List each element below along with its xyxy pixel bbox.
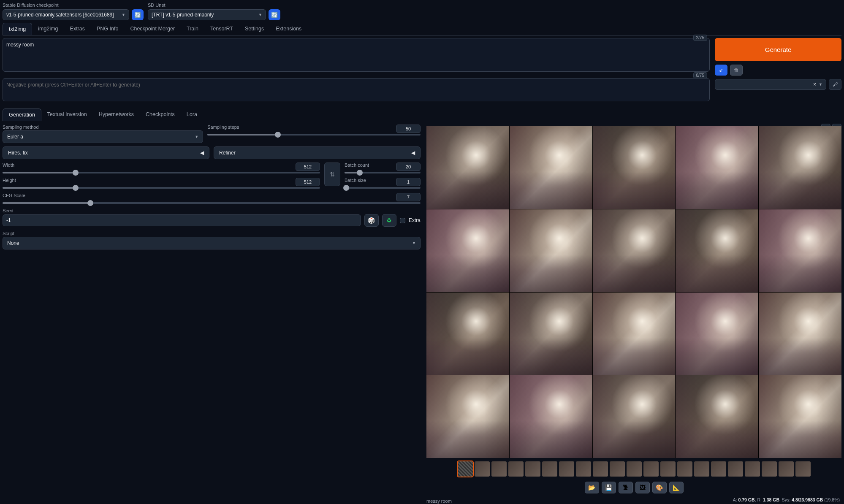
thumbnail[interactable] xyxy=(559,461,574,477)
subtab-lora[interactable]: Lora xyxy=(181,108,203,121)
gallery-image[interactable] xyxy=(593,375,676,458)
gallery-image[interactable] xyxy=(593,209,676,292)
gallery-image[interactable] xyxy=(759,293,841,375)
gallery-image[interactable] xyxy=(759,126,841,209)
unet-dropdown[interactable]: [TRT] v1-5-pruned-emaonly ▼ xyxy=(148,9,266,20)
thumbnail[interactable] xyxy=(508,461,524,477)
thumbnail[interactable] xyxy=(475,461,490,477)
save-button[interactable]: 💾 xyxy=(602,482,616,493)
cfg-slider[interactable] xyxy=(3,202,421,204)
thumbnail[interactable] xyxy=(593,461,608,477)
gallery-image[interactable] xyxy=(593,293,676,375)
tab-checkpoint-merger[interactable]: Checkpoint Merger xyxy=(124,23,181,35)
gallery-image[interactable] xyxy=(593,126,676,209)
random-seed-button[interactable]: 🎲 xyxy=(364,214,379,227)
gallery-image[interactable] xyxy=(510,209,592,292)
height-value[interactable]: 512 xyxy=(296,178,320,186)
tab-settings[interactable]: Settings xyxy=(239,23,270,35)
mem-a: 0.79 GB xyxy=(738,497,755,502)
sampling-steps-label: Sampling steps xyxy=(207,125,239,133)
gallery-image[interactable] xyxy=(676,375,758,458)
gallery-image[interactable] xyxy=(510,126,592,209)
thumbnail[interactable] xyxy=(728,461,743,477)
prompt-input[interactable]: messy room xyxy=(3,38,710,72)
sampling-method-label: Sampling method xyxy=(3,125,203,130)
seed-input[interactable] xyxy=(3,214,361,226)
thumbnail[interactable] xyxy=(627,461,642,477)
thumbnail[interactable] xyxy=(610,461,625,477)
send-extras-button[interactable]: 📐 xyxy=(669,482,684,493)
refiner-toggle[interactable]: Refiner ◀ xyxy=(214,146,421,159)
thumbnail[interactable] xyxy=(525,461,540,477)
negative-prompt-input[interactable] xyxy=(3,78,710,101)
gallery-image[interactable] xyxy=(510,375,592,458)
subtab-generation[interactable]: Generation xyxy=(3,108,41,121)
send-inpaint-button[interactable]: 🎨 xyxy=(652,482,667,493)
gallery-image[interactable] xyxy=(426,293,509,375)
batch-count-value[interactable]: 20 xyxy=(396,163,421,171)
thumbnail[interactable] xyxy=(677,461,692,477)
batch-size-slider[interactable] xyxy=(345,187,421,189)
thumbnail[interactable] xyxy=(762,461,777,477)
hires-fix-toggle[interactable]: Hires. fix ◀ xyxy=(3,146,209,159)
interrogate-button[interactable]: ↙ xyxy=(715,65,727,76)
gallery-image[interactable] xyxy=(676,293,758,375)
tab-img2img[interactable]: img2img xyxy=(32,23,64,35)
generate-button[interactable]: Generate xyxy=(715,38,841,61)
height-slider[interactable] xyxy=(3,187,320,189)
script-dropdown[interactable]: None ▼ xyxy=(3,237,421,249)
checkpoint-refresh-button[interactable]: 🔄 xyxy=(132,9,144,20)
subtab-hypernetworks[interactable]: Hypernetworks xyxy=(93,108,140,121)
tab-txt2img[interactable]: txt2img xyxy=(3,23,32,35)
sampling-steps-value[interactable]: 50 xyxy=(396,125,421,133)
reuse-seed-button[interactable]: ♻ xyxy=(382,214,396,227)
thumbnail[interactable] xyxy=(779,461,794,477)
thumbnail[interactable] xyxy=(542,461,557,477)
sampling-method-dropdown[interactable]: Euler a ▼ xyxy=(3,130,203,143)
gallery-image[interactable] xyxy=(426,126,509,209)
styles-clear[interactable]: × xyxy=(813,81,816,87)
tab-train[interactable]: Train xyxy=(181,23,204,35)
styles-dropdown[interactable]: × ▼ xyxy=(715,79,826,90)
thumbnail[interactable] xyxy=(643,461,659,477)
batch-size-value[interactable]: 1 xyxy=(396,178,421,186)
hires-fix-label: Hires. fix xyxy=(8,150,28,156)
subtab-textual-inversion[interactable]: Textual Inversion xyxy=(41,108,93,121)
width-slider[interactable] xyxy=(3,172,320,173)
thumbnail[interactable] xyxy=(576,461,591,477)
send-img2img-button[interactable]: 🖼 xyxy=(635,482,650,493)
subtab-checkpoints[interactable]: Checkpoints xyxy=(140,108,181,121)
thumbnail[interactable] xyxy=(711,461,726,477)
tab-pnginfo[interactable]: PNG Info xyxy=(91,23,124,35)
sampling-steps-slider[interactable] xyxy=(207,134,421,135)
thumbnail[interactable] xyxy=(795,461,811,477)
gallery-image[interactable] xyxy=(759,209,841,292)
tab-extras[interactable]: Extras xyxy=(64,23,91,35)
tab-tensorrt[interactable]: TensorRT xyxy=(204,23,239,35)
swap-dimensions-button[interactable]: ⇅ xyxy=(324,163,340,186)
thumbnail[interactable] xyxy=(745,461,760,477)
gallery-image[interactable] xyxy=(426,209,509,292)
gallery-image[interactable] xyxy=(676,126,758,209)
thumbnail-grid[interactable] xyxy=(458,461,473,477)
extra-checkbox[interactable] xyxy=(400,218,405,223)
batch-count-slider[interactable] xyxy=(345,172,421,173)
open-folder-button[interactable]: 📂 xyxy=(585,482,599,493)
save-zip-button[interactable]: 🗜 xyxy=(619,482,633,493)
thumbnail[interactable] xyxy=(491,461,507,477)
thumbnail[interactable] xyxy=(694,461,709,477)
gallery-image[interactable] xyxy=(676,209,758,292)
thumbnail[interactable] xyxy=(660,461,676,477)
main-tabs: txt2img img2img Extras PNG Info Checkpoi… xyxy=(3,23,841,35)
gallery-image[interactable] xyxy=(759,375,841,458)
tab-extensions[interactable]: Extensions xyxy=(270,23,307,35)
gallery-image[interactable] xyxy=(510,293,592,375)
unet-refresh-button[interactable]: 🔄 xyxy=(269,9,280,20)
checkpoint-dropdown[interactable]: v1-5-pruned-emaonly.safetensors [6ce0161… xyxy=(3,9,129,20)
apply-styles-button[interactable]: 🖌 xyxy=(829,79,841,90)
cfg-value[interactable]: 7 xyxy=(396,193,421,201)
width-value[interactable]: 512 xyxy=(296,163,320,171)
gallery-image[interactable] xyxy=(426,375,509,458)
clear-prompt-button[interactable]: 🗑 xyxy=(730,65,743,76)
chevron-down-icon: ▼ xyxy=(819,82,822,87)
